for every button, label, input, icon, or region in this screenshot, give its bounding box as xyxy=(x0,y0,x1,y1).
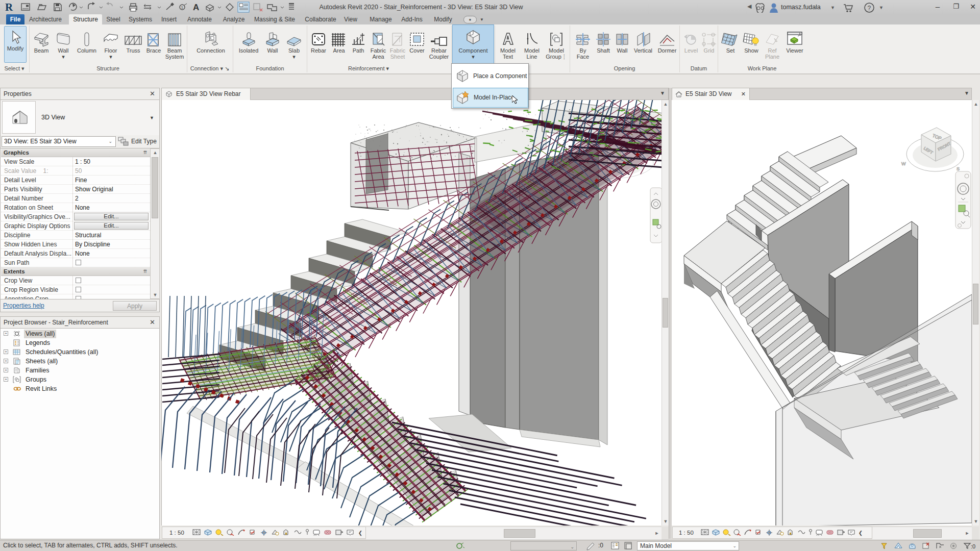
svg-text:S: S xyxy=(957,166,960,171)
svg-text:?: ? xyxy=(868,5,871,12)
svg-text:W: W xyxy=(901,161,906,166)
svg-text:R: R xyxy=(5,2,13,13)
svg-text::0: :0 xyxy=(971,543,975,549)
svg-text:1: 1 xyxy=(181,5,184,10)
svg-text:A: A xyxy=(193,3,199,12)
